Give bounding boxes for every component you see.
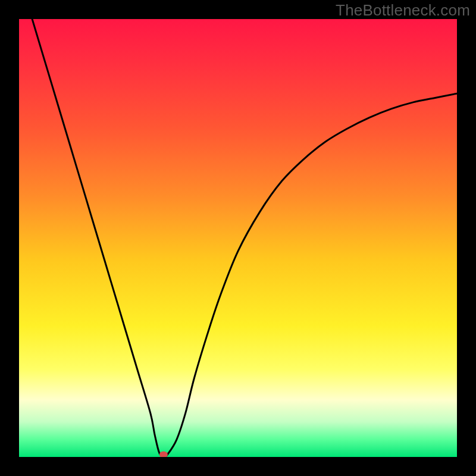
gradient-background [19,19,457,457]
plot-area [19,19,457,457]
chart-svg [19,19,457,457]
watermark-text: TheBottleneck.com [336,1,470,20]
chart-frame: TheBottleneck.com [0,0,476,476]
